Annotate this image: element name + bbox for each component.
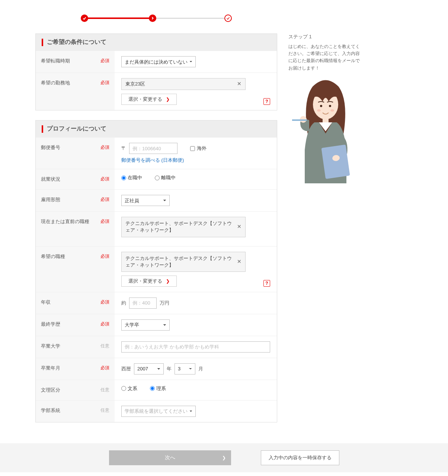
- work-status-label: 就業状況: [41, 176, 60, 183]
- department-label: 学部系統: [41, 407, 60, 414]
- location-chip: 東京23区 ✕: [121, 78, 246, 90]
- required-tag: 必須: [100, 80, 109, 86]
- income-input[interactable]: [129, 298, 157, 309]
- employment-type-label: 雇用形態: [41, 196, 60, 203]
- location-chip-remove[interactable]: ✕: [237, 80, 241, 88]
- chevron-right-icon: ❯: [222, 455, 226, 460]
- current-job-chip-text: テクニカルサポート、サポートデスク【ソフトウェア・ネットワーク】: [125, 221, 232, 233]
- sidebar-text: はじめに、あなたのことを教えてください。ご希望に応じて、入力内容に応じた最新の転…: [288, 43, 363, 72]
- required-tag: 必須: [100, 196, 109, 203]
- postal-lookup-link[interactable]: 郵便番号を調べる (日本郵便): [121, 157, 184, 164]
- graduation-year-select[interactable]: 2007: [134, 363, 164, 374]
- svg-point-1: [320, 105, 322, 107]
- work-status-unemployed[interactable]: 離職中: [155, 174, 176, 181]
- employment-type-select[interactable]: 正社員: [121, 195, 170, 206]
- svg-rect-5: [323, 118, 329, 123]
- optional-tag: 任意: [100, 387, 109, 393]
- income-label: 年収: [41, 299, 51, 306]
- graduation-label: 卒業年月: [41, 365, 60, 372]
- svg-point-2: [329, 105, 331, 107]
- university-input[interactable]: [121, 341, 270, 353]
- sidebar: ステップ 1 はじめに、あなたのことを教えてください。ご希望に応じて、入力内容に…: [288, 7, 363, 184]
- progress-step-2: [149, 15, 156, 22]
- graduation-month-suffix: 月: [198, 366, 203, 372]
- section-conditions-header: ご希望の条件について: [36, 34, 277, 51]
- university-label: 卒業大学: [41, 343, 60, 350]
- required-tag: 必須: [100, 144, 109, 151]
- progress-step-1: [81, 15, 88, 22]
- current-job-label: 現在または直前の職種: [41, 218, 89, 225]
- help-icon[interactable]: ?: [263, 280, 270, 287]
- svg-rect-7: [292, 119, 307, 121]
- stream-rikei[interactable]: 理系: [150, 385, 166, 392]
- progress-step-3: [224, 15, 232, 22]
- required-tag: 必須: [100, 321, 109, 327]
- svg-point-3: [317, 109, 321, 112]
- required-tag: 必須: [100, 58, 109, 64]
- required-tag: 必須: [100, 218, 109, 225]
- location-label: 希望の勤務地: [41, 80, 70, 86]
- section-profile-header: プロフィールについて: [36, 120, 277, 137]
- required-tag: 必須: [100, 253, 109, 260]
- location-chip-text: 東京23区: [125, 81, 145, 87]
- chevron-right-icon: ❯: [166, 97, 170, 102]
- overseas-checkbox[interactable]: 海外: [190, 145, 207, 152]
- timing-label: 希望転職時期: [41, 58, 70, 64]
- next-button[interactable]: 次へ ❯: [109, 450, 231, 465]
- sidebar-illustration: [288, 75, 363, 184]
- timing-select[interactable]: まだ具体的には決めていない: [121, 56, 196, 67]
- sidebar-title: ステップ 1: [288, 33, 363, 40]
- optional-tag: 任意: [100, 343, 109, 349]
- svg-point-4: [330, 109, 334, 112]
- footer-bar: 次へ ❯ 入力中の内容を一時保存する: [0, 443, 448, 472]
- desired-job-label: 希望の職種: [41, 253, 65, 260]
- graduation-month-select[interactable]: 3: [175, 363, 195, 374]
- work-status-employed[interactable]: 在職中: [121, 174, 142, 181]
- department-select[interactable]: 学部系統を選択してください: [121, 406, 196, 417]
- desired-job-change-button[interactable]: 選択・変更する ❯: [121, 276, 177, 287]
- income-prefix: 約: [121, 300, 126, 306]
- education-label: 最終学歴: [41, 321, 60, 328]
- required-tag: 必須: [100, 365, 109, 371]
- income-suffix: 万円: [160, 300, 169, 306]
- help-icon[interactable]: ?: [263, 98, 270, 105]
- current-job-chip: テクニカルサポート、サポートデスク【ソフトウェア・ネットワーク】 ✕: [121, 217, 246, 237]
- graduation-year-suffix: 年: [167, 366, 172, 372]
- optional-tag: 任意: [100, 407, 109, 414]
- desired-job-chip-remove[interactable]: ✕: [237, 258, 241, 266]
- postal-label: 郵便番号: [41, 144, 60, 151]
- graduation-era: 西暦: [121, 366, 131, 372]
- required-tag: 必須: [100, 299, 109, 305]
- save-draft-button[interactable]: 入力中の内容を一時保存する: [261, 450, 339, 465]
- desired-job-chip-text: テクニカルサポート、サポートデスク【ソフトウェア・ネットワーク】: [125, 255, 232, 268]
- desired-job-chip: テクニカルサポート、サポートデスク【ソフトウェア・ネットワーク】 ✕: [121, 252, 246, 272]
- progress-bar: [76, 11, 236, 26]
- stream-label: 文理区分: [41, 387, 60, 393]
- postal-input[interactable]: [129, 143, 177, 154]
- current-job-chip-remove[interactable]: ✕: [237, 223, 241, 231]
- stream-bunkei[interactable]: 文系: [121, 385, 137, 392]
- section-conditions: ご希望の条件について 希望転職時期 必須 まだ具体的には決めていない 希望の勤務: [35, 33, 277, 110]
- section-profile: プロフィールについて 郵便番号 必須 〒 海外: [35, 120, 277, 422]
- education-select[interactable]: 大学卒: [121, 319, 170, 331]
- postal-prefix: 〒: [121, 145, 126, 152]
- location-change-button[interactable]: 選択・変更する ❯: [121, 94, 177, 105]
- svg-rect-8: [321, 145, 350, 179]
- required-tag: 必須: [100, 176, 109, 182]
- chevron-right-icon: ❯: [166, 279, 170, 284]
